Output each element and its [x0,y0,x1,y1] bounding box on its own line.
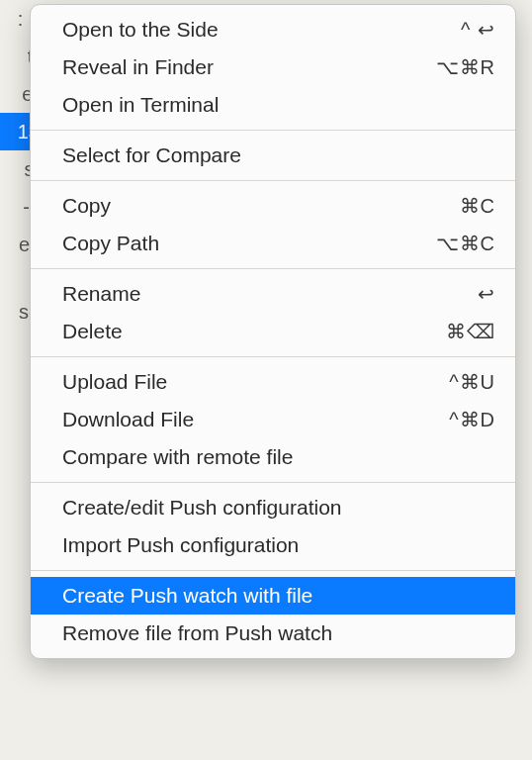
menu-item-label: Open to the Side [62,18,219,42]
menu-item-open-in-terminal[interactable]: Open in Terminal [31,86,515,124]
menu-item-shortcut: ⌥⌘C [436,232,495,255]
menu-item-label: Create/edit Push configuration [62,496,342,520]
menu-item-shortcut: ^⌘D [449,408,495,431]
menu-item-label: Compare with remote file [62,445,293,469]
menu-separator [31,570,515,571]
menu-item-copy-path[interactable]: Copy Path ⌥⌘C [31,225,515,262]
menu-item-label: Upload File [62,370,167,394]
menu-separator [31,130,515,131]
menu-item-download-file[interactable]: Download File ^⌘D [31,401,515,438]
menu-item-label: Create Push watch with file [62,584,312,608]
menu-item-create-push-watch[interactable]: Create Push watch with file [31,577,515,615]
menu-item-compare-remote[interactable]: Compare with remote file [31,438,515,476]
menu-item-upload-file[interactable]: Upload File ^⌘U [31,363,515,401]
menu-item-label: Import Push configuration [62,533,299,557]
menu-item-open-to-side[interactable]: Open to the Side ^ ↩ [31,11,515,48]
menu-item-reveal-in-finder[interactable]: Reveal in Finder ⌥⌘R [31,48,515,86]
menu-item-label: Rename [62,282,140,306]
context-menu: Open to the Side ^ ↩ Reveal in Finder ⌥⌘… [30,4,516,659]
menu-item-label: Reveal in Finder [62,55,214,79]
menu-separator [31,356,515,357]
menu-item-shortcut: ⌥⌘R [436,55,495,79]
menu-item-label: Remove file from Push watch [62,621,332,645]
menu-separator [31,268,515,269]
menu-item-delete[interactable]: Delete ⌘⌫ [31,313,515,350]
menu-item-label: Select for Compare [62,143,241,167]
menu-item-import-push-config[interactable]: Import Push configuration [31,526,515,564]
menu-item-select-for-compare[interactable]: Select for Compare [31,137,515,174]
menu-item-rename[interactable]: Rename ↩ [31,275,515,313]
menu-item-remove-push-watch[interactable]: Remove file from Push watch [31,615,515,652]
menu-item-create-edit-push-config[interactable]: Create/edit Push configuration [31,489,515,526]
menu-item-shortcut: ↩ [478,282,495,306]
menu-item-label: Download File [62,408,194,431]
menu-item-shortcut: ^⌘U [449,370,495,394]
menu-item-label: Copy [62,194,111,218]
menu-separator [31,180,515,181]
menu-item-shortcut: ⌘⌫ [446,320,495,343]
menu-separator [31,482,515,483]
menu-item-label: Open in Terminal [62,93,219,117]
menu-item-copy[interactable]: Copy ⌘C [31,187,515,225]
menu-item-label: Copy Path [62,232,159,255]
menu-item-label: Delete [62,320,123,343]
menu-item-shortcut: ^ ↩ [461,18,495,42]
menu-item-shortcut: ⌘C [460,194,495,218]
